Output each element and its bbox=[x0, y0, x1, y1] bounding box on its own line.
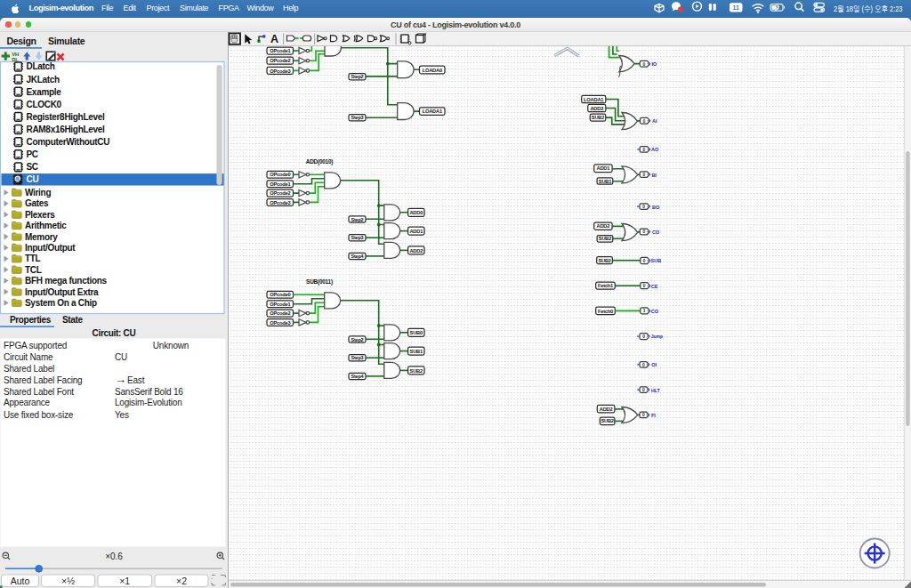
svg-text:CE: CE bbox=[651, 284, 658, 289]
svg-text:ADD2: ADD2 bbox=[590, 106, 603, 111]
svg-text:BO: BO bbox=[652, 205, 660, 210]
svg-text:SUB1: SUB1 bbox=[599, 179, 611, 184]
svg-text:OPcode1: OPcode1 bbox=[270, 302, 290, 307]
svg-text:0: 0 bbox=[643, 259, 646, 263]
svg-text:BI: BI bbox=[651, 173, 657, 178]
svg-text:0: 0 bbox=[643, 62, 646, 67]
svg-text:OPcode1: OPcode1 bbox=[270, 48, 290, 53]
svg-text:OPcode2: OPcode2 bbox=[270, 310, 290, 316]
svg-text:Step3: Step3 bbox=[351, 115, 364, 120]
svg-text:SUB2: SUB2 bbox=[599, 236, 611, 241]
svg-text:SUB0: SUB0 bbox=[410, 330, 423, 335]
svg-text:Step2: Step2 bbox=[351, 74, 364, 79]
svg-text:LOADA1: LOADA1 bbox=[423, 109, 442, 114]
svg-text:Step2: Step2 bbox=[351, 337, 364, 342]
svg-text:LOADA1: LOADA1 bbox=[584, 97, 603, 102]
svg-text:ADD1: ADD1 bbox=[597, 165, 610, 171]
svg-text:Step3: Step3 bbox=[351, 235, 364, 240]
svg-text:Step3: Step3 bbox=[351, 355, 364, 360]
svg-text:0: 0 bbox=[643, 148, 646, 152]
svg-text:ADD0: ADD0 bbox=[409, 210, 423, 215]
svg-text:0: 0 bbox=[643, 284, 646, 288]
svg-text:OPcode1: OPcode1 bbox=[270, 181, 290, 187]
svg-text:ADD1: ADD1 bbox=[409, 229, 423, 234]
svg-text:0: 0 bbox=[642, 388, 645, 392]
svg-text:SUB: SUB bbox=[651, 258, 662, 263]
svg-text:OPcode3: OPcode3 bbox=[270, 68, 290, 74]
svg-text:0: 0 bbox=[642, 230, 645, 234]
svg-text:OPcode0: OPcode0 bbox=[270, 292, 290, 297]
svg-text:OPcode0: OPcode0 bbox=[270, 172, 290, 177]
svg-text:OPcode2: OPcode2 bbox=[270, 190, 290, 196]
svg-text:OPcode3: OPcode3 bbox=[270, 200, 290, 205]
svg-text:Fetch0: Fetch0 bbox=[598, 309, 613, 314]
svg-text:ADD2: ADD2 bbox=[600, 407, 613, 412]
svg-text:HLT: HLT bbox=[651, 388, 660, 393]
svg-text:Jump: Jump bbox=[651, 334, 663, 339]
svg-text:0: 0 bbox=[642, 205, 645, 209]
svg-text:SUB2: SUB2 bbox=[410, 368, 423, 374]
svg-text:CO: CO bbox=[652, 230, 660, 235]
svg-text:ADD(0010): ADD(0010) bbox=[306, 158, 334, 165]
svg-text:A: A bbox=[270, 33, 278, 45]
svg-text:0: 0 bbox=[642, 363, 645, 367]
svg-text:0: 0 bbox=[643, 119, 646, 124]
svg-text:0: 0 bbox=[642, 413, 645, 417]
svg-text:AO: AO bbox=[651, 147, 659, 152]
svg-text:Fetch1: Fetch1 bbox=[598, 283, 613, 288]
svg-text:OI: OI bbox=[651, 362, 657, 367]
svg-text:0: 0 bbox=[642, 173, 645, 177]
svg-text:Step2: Step2 bbox=[351, 217, 364, 222]
svg-text:LOADA0: LOADA0 bbox=[423, 68, 442, 73]
svg-text:SUB2: SUB2 bbox=[598, 258, 610, 263]
svg-text:SUB1: SUB1 bbox=[410, 349, 423, 354]
svg-text:OPcode2: OPcode2 bbox=[270, 58, 290, 63]
svg-text:ADD2: ADD2 bbox=[409, 248, 423, 254]
svg-text:ADD2: ADD2 bbox=[597, 223, 610, 229]
svg-text:Step4: Step4 bbox=[351, 254, 365, 259]
svg-text:Step4: Step4 bbox=[351, 374, 365, 379]
svg-text:0: 0 bbox=[642, 334, 645, 339]
svg-text:AI: AI bbox=[652, 118, 657, 124]
svg-text:SUB(0011): SUB(0011) bbox=[306, 278, 333, 286]
svg-text:OPcode3: OPcode3 bbox=[270, 320, 290, 326]
svg-text:1: 1 bbox=[643, 309, 646, 313]
svg-text:CO: CO bbox=[651, 309, 659, 314]
svg-text:SUB2: SUB2 bbox=[601, 418, 613, 423]
svg-text:FI: FI bbox=[651, 413, 656, 418]
svg-text:SUB2: SUB2 bbox=[592, 115, 604, 120]
svg-text:IO: IO bbox=[651, 61, 657, 67]
